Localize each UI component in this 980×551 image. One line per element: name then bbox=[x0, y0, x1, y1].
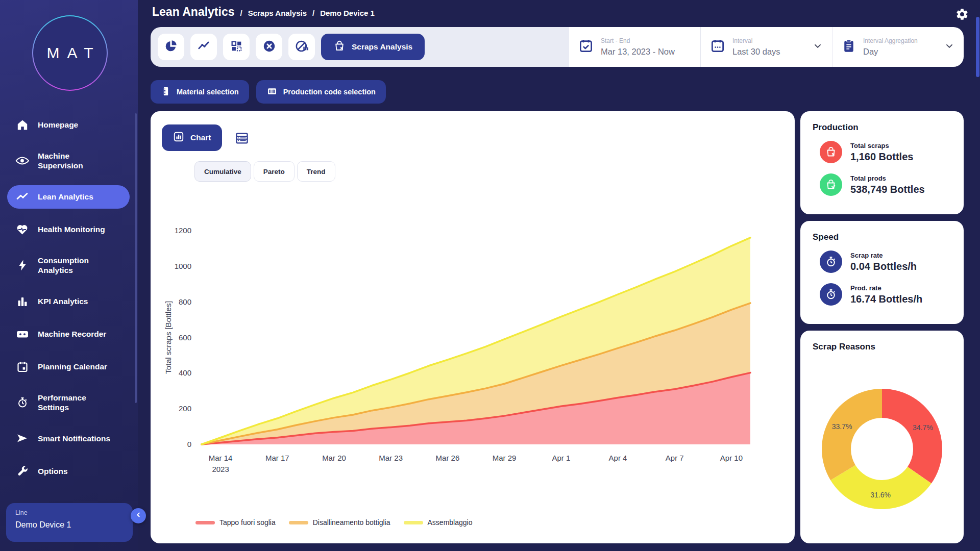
table-view-button[interactable] bbox=[235, 131, 249, 145]
svg-text:400: 400 bbox=[179, 368, 191, 377]
scrap-reasons-title: Scrap Reasons bbox=[813, 342, 964, 352]
analysis-pie-button[interactable] bbox=[158, 34, 184, 60]
analysis-nodata-button[interactable] bbox=[288, 34, 315, 60]
production-code-selection-button[interactable]: Production code selection bbox=[256, 80, 386, 104]
sidebar-item-planning-calendar[interactable]: Planning Calendar bbox=[7, 355, 130, 379]
barcode-icon bbox=[266, 86, 278, 98]
svg-text:Apr 1: Apr 1 bbox=[552, 454, 570, 462]
production-code-selection-label: Production code selection bbox=[283, 88, 376, 96]
chart-button-label: Chart bbox=[190, 133, 211, 142]
scraps-analysis-label: Scraps Analysis bbox=[352, 42, 412, 52]
scrap-rate-stat: Scrap rate 0.04 Bottles/h bbox=[820, 251, 964, 273]
device-selector-card[interactable]: Line Demo Device 1 bbox=[6, 503, 133, 542]
device-name: Demo Device 1 bbox=[15, 520, 124, 530]
calendar-icon bbox=[15, 360, 29, 373]
settings-gear-icon[interactable] bbox=[955, 8, 969, 21]
wrench-icon bbox=[15, 464, 29, 478]
legend-swatch bbox=[404, 521, 423, 524]
sidebar-collapse-button[interactable] bbox=[131, 508, 146, 523]
breadcrumb-device[interactable]: Demo Device 1 bbox=[320, 9, 375, 17]
svg-text:Mar 20: Mar 20 bbox=[322, 454, 346, 462]
sidebar-item-health-monitoring[interactable]: Health Monitoring bbox=[7, 218, 130, 241]
legend-item[interactable]: Disallineamento bottiglia bbox=[289, 518, 390, 527]
interval-aggregation-control[interactable]: Interval Aggregation Day bbox=[832, 27, 964, 67]
tab-trend[interactable]: Trend bbox=[297, 161, 335, 182]
chevron-down-icon bbox=[813, 41, 823, 53]
speed-card: Speed Scrap rate 0.04 Bottles/h Prod. ra… bbox=[800, 221, 964, 324]
trend-icon bbox=[197, 39, 210, 55]
scrap-reasons-card: Scrap Reasons 34.7%31.6%33.7% bbox=[800, 331, 964, 543]
chart-mode-tabs: Cumulative Pareto Trend bbox=[194, 161, 335, 182]
total-prods-stat: Total prods 538,749 Bottles bbox=[820, 173, 964, 196]
total-scraps-stat: Total scraps 1,160 Bottles bbox=[820, 141, 964, 163]
home-icon bbox=[15, 118, 29, 132]
analysis-grid-button[interactable] bbox=[223, 34, 250, 60]
chart-view-button[interactable]: Chart bbox=[162, 124, 222, 151]
production-title: Production bbox=[813, 122, 964, 133]
svg-text:2023: 2023 bbox=[212, 465, 229, 473]
analysis-stops-button[interactable] bbox=[256, 34, 282, 60]
sidebar-item-performance-settings[interactable]: Performance Settings bbox=[7, 388, 130, 418]
x-circle-icon bbox=[262, 39, 276, 55]
device-line-label: Line bbox=[15, 509, 124, 516]
calendar-dots-icon bbox=[710, 38, 725, 56]
lightning-icon bbox=[15, 259, 29, 272]
sidebar-item-homepage[interactable]: Homepage bbox=[7, 113, 130, 137]
scrap-reasons-donut: 34.7%31.6%33.7% bbox=[800, 357, 964, 536]
interval-aggregation-value: Day bbox=[863, 47, 918, 57]
page-title: Lean Analytics bbox=[152, 5, 234, 19]
cumulative-area-chart: 020040060080010001200Mar 142023Mar 17Mar… bbox=[161, 188, 768, 507]
material-selection-button[interactable]: Material selection bbox=[151, 80, 249, 104]
chart-box-icon bbox=[173, 131, 184, 144]
analysis-trend-button[interactable] bbox=[190, 34, 217, 60]
sidebar-item-lean-analytics[interactable]: Lean Analytics bbox=[7, 185, 130, 209]
chart-legend: Tappo fuori soglia Disallineamento botti… bbox=[195, 518, 472, 527]
sidebar-item-consumption-analytics[interactable]: Consumption Analytics bbox=[7, 251, 130, 281]
sidebar-item-machine-recorder[interactable]: Machine Recorder bbox=[7, 322, 130, 346]
tab-pareto[interactable]: Pareto bbox=[254, 161, 295, 182]
sidebar-scrollbar[interactable] bbox=[135, 113, 137, 403]
legend-item[interactable]: Assemblaggio bbox=[404, 518, 473, 527]
start-end-control[interactable]: Start - End Mar 13, 2023 - Now bbox=[569, 27, 700, 67]
svg-text:33.7%: 33.7% bbox=[832, 422, 852, 431]
heart-pulse-icon bbox=[15, 223, 29, 236]
stopwatch-icon bbox=[820, 283, 842, 306]
prod-rate-stat: Prod. rate 16.74 Bottles/h bbox=[820, 283, 964, 306]
svg-text:200: 200 bbox=[179, 404, 191, 413]
bag-check-icon bbox=[820, 173, 842, 196]
breadcrumb-separator: / bbox=[240, 9, 242, 17]
stopwatch-icon bbox=[15, 396, 29, 409]
selection-filters: Material selection Production code selec… bbox=[151, 80, 386, 104]
sidebar: MAT Homepage Machine Supervision Lean An… bbox=[0, 0, 138, 551]
sidebar-item-options[interactable]: Options bbox=[7, 459, 130, 483]
breadcrumb: Lean Analytics / Scraps Analysis / Demo … bbox=[152, 5, 375, 19]
interval-value: Last 30 days bbox=[732, 47, 780, 57]
calendar-check-icon bbox=[578, 38, 594, 56]
svg-text:Apr 7: Apr 7 bbox=[666, 454, 684, 462]
interval-control[interactable]: Interval Last 30 days bbox=[700, 27, 832, 67]
bag-x-icon bbox=[820, 141, 842, 163]
sidebar-item-machine-supervision[interactable]: Machine Supervision bbox=[7, 146, 130, 176]
svg-text:800: 800 bbox=[179, 297, 191, 306]
breadcrumb-scraps-analysis[interactable]: Scraps Analysis bbox=[248, 9, 307, 17]
sidebar-item-kpi-analytics[interactable]: KPI Analytics bbox=[7, 290, 130, 313]
slashed-chart-icon bbox=[295, 39, 309, 55]
svg-text:Apr 4: Apr 4 bbox=[609, 454, 627, 462]
breadcrumb-separator: / bbox=[312, 9, 314, 17]
legend-swatch bbox=[289, 521, 308, 524]
sidebar-item-smart-notifications[interactable]: Smart Notifications bbox=[7, 427, 130, 450]
sidebar-nav: Homepage Machine Supervision Lean Analyt… bbox=[0, 113, 138, 492]
svg-text:Mar 26: Mar 26 bbox=[436, 454, 460, 462]
svg-text:1000: 1000 bbox=[175, 262, 191, 270]
interval-aggregation-label: Interval Aggregation bbox=[863, 37, 918, 44]
svg-text:1200: 1200 bbox=[175, 226, 191, 235]
clipboard-icon bbox=[842, 39, 856, 55]
interval-label: Interval bbox=[732, 37, 780, 44]
scraps-analysis-button[interactable]: Scraps Analysis bbox=[321, 34, 425, 60]
page-scrollbar[interactable] bbox=[976, 17, 979, 77]
tab-cumulative[interactable]: Cumulative bbox=[194, 161, 251, 182]
material-selection-label: Material selection bbox=[177, 88, 239, 96]
legend-item[interactable]: Tappo fuori soglia bbox=[195, 518, 276, 527]
chevron-left-icon bbox=[135, 511, 142, 520]
chevron-down-icon bbox=[944, 41, 954, 53]
